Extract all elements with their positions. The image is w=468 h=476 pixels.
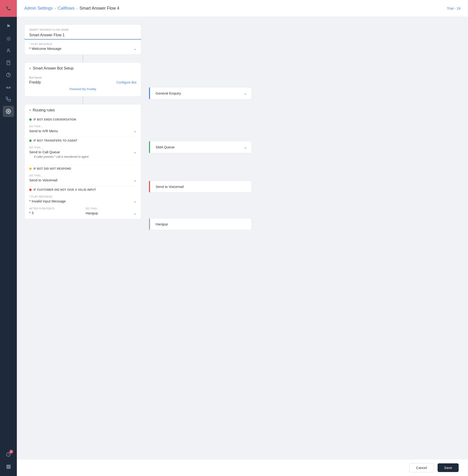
- dest-card-general-enquiry[interactable]: General Enquiry ⌄: [149, 87, 252, 100]
- sidebar-item-voicemail[interactable]: [3, 81, 14, 93]
- dest-card-sma-queue[interactable]: SMA Queue ⌄: [149, 141, 252, 153]
- svg-rect-21: [9, 468, 11, 469]
- dest-list: General Enquiry ⌄ SMA Queue ⌄: [149, 26, 461, 251]
- svg-text:?: ?: [8, 453, 9, 456]
- do-this-bot-transfers: DO THIS... Send to Call Queue ⌄ If calle…: [25, 144, 141, 165]
- do-this-chevron-1: ⌄: [133, 129, 136, 133]
- do-this-dropdown-1[interactable]: Send to IVR Menu ⌄: [29, 129, 136, 133]
- sidebar: 📞 ⚑ ◎: [0, 0, 17, 476]
- sidebar-item-grid[interactable]: [3, 461, 14, 472]
- dest-card-voicemail[interactable]: Send to Voicemail: [149, 181, 252, 193]
- powered-by: Powered By Freddy: [29, 85, 136, 93]
- do-this-value-2: Send to Call Queue: [29, 150, 60, 154]
- dot-bot-transfers: [29, 139, 32, 142]
- flow-name-label: SMART ANSWER FLOW NAME: [25, 25, 141, 32]
- dest-label-sma-queue: SMA Queue: [154, 145, 175, 149]
- dest-card-hangup[interactable]: Hangup: [149, 218, 252, 230]
- bot-setup-title: Smart Answer Bot Setup: [33, 66, 73, 70]
- sidebar-item-help[interactable]: ? 6: [3, 449, 14, 460]
- dest-accent-gray: [149, 218, 150, 230]
- content-area: SMART ANSWER FLOW NAME * PLAY MESSAGE * …: [17, 17, 468, 459]
- dest-label-voicemail: Send to Voicemail: [154, 185, 184, 189]
- dot-invalid-input: [29, 189, 32, 191]
- do-this-bot-ends: DO THIS... Send to IVR Menu ⌄: [25, 123, 141, 137]
- play-message-dropdown[interactable]: * Welcome Message ⌄: [29, 46, 136, 51]
- dest-label-hangup: Hangup: [154, 222, 168, 226]
- dot-bot-ends: [29, 119, 32, 121]
- repeat-col-n: AFTER N REPEATS * 3: [29, 207, 80, 215]
- sidebar-item-user[interactable]: [3, 45, 14, 56]
- dest-chevron-general-enquiry: ⌄: [244, 91, 247, 95]
- play-message-value-text: * Welcome Message: [29, 46, 61, 51]
- sidebar-nav: ⚑ ◎: [3, 17, 14, 445]
- condition-invalid-input-text: IF CUSTOMER DID NOT GIVE A VALID INPUT: [33, 188, 96, 192]
- play-message-chevron-invalid: ⌄: [133, 199, 136, 203]
- flow-name-input[interactable]: [25, 32, 141, 39]
- powered-by-brand: Freddy: [87, 87, 96, 91]
- sidebar-item-flag[interactable]: ⚑: [3, 21, 14, 32]
- condition-invalid-input: IF CUSTOMER DID NOT GIVE A VALID INPUT: [25, 186, 141, 193]
- condition-bot-no-respond-text: IF BOT DID NOT RESPOND: [33, 167, 71, 170]
- breadcrumb-sep-1: ›: [55, 6, 56, 11]
- condition-bot-ends: IF BOT ENDS CONVERSATION: [25, 116, 141, 123]
- sidebar-item-chart[interactable]: [3, 69, 14, 80]
- condition-bot-transfers-text: IF BOT TRANSFERS TO AGENT: [33, 139, 77, 142]
- svg-point-10: [8, 111, 9, 112]
- condition-bot-ends-text: IF BOT ENDS CONVERSATION: [33, 118, 76, 121]
- bot-name-label: Bot Name: [29, 76, 136, 79]
- do-this-chevron-2: ⌄: [133, 150, 136, 154]
- left-panel: SMART ANSWER FLOW NAME * PLAY MESSAGE * …: [24, 24, 141, 452]
- routing-rules-header[interactable]: ▾ Routing rules: [25, 104, 141, 116]
- connector-2: [83, 97, 83, 104]
- save-button[interactable]: Save: [438, 463, 459, 472]
- do-this-label-2: DO THIS...: [29, 146, 136, 149]
- do-this-dropdown-2[interactable]: Send to Call Queue ⌄: [29, 150, 136, 154]
- svg-rect-17: [8, 466, 9, 467]
- after-n-value: * 3: [29, 211, 80, 215]
- bot-setup-card: ▾ Smart Answer Bot Setup Bot Name Freddy…: [24, 62, 141, 97]
- main-content: Admin Settings › Callflows › Smart Answe…: [17, 0, 468, 476]
- do-this-chevron-3: ⌄: [133, 178, 136, 182]
- routing-collapse-icon: ▾: [29, 108, 31, 112]
- dot-bot-no-respond: [29, 168, 32, 170]
- sidebar-item-settings[interactable]: [3, 106, 14, 117]
- after-n-repeats: AFTER N REPEATS * 3 DO THIS... Hangup ⌄: [25, 205, 141, 219]
- do-this-label-3: DO THIS...: [29, 174, 136, 177]
- svg-rect-15: [9, 465, 11, 466]
- condition-bot-no-respond: IF BOT DID NOT RESPOND: [25, 165, 141, 172]
- cancel-button[interactable]: Cancel: [409, 463, 434, 472]
- breadcrumb-current: Smart Answer Flow 4: [80, 6, 119, 11]
- breadcrumb-callflows[interactable]: Callflows: [58, 6, 74, 11]
- routing-rules-title: Routing rules: [33, 108, 55, 112]
- bot-setup-header[interactable]: ▾ Smart Answer Bot Setup: [25, 62, 141, 74]
- play-message-label-invalid: * PLAY MESSAGE: [29, 195, 136, 198]
- configure-bot-link[interactable]: Configure Bot: [116, 80, 136, 84]
- do-this-dropdown-3[interactable]: Send to Voicemail ⌄: [29, 178, 136, 182]
- svg-text:📞: 📞: [6, 6, 11, 11]
- condition-bot-transfers: IF BOT TRANSFERS TO AGENT: [25, 137, 141, 144]
- dest-chevron-sma-queue: ⌄: [244, 145, 247, 149]
- play-message-dropdown-invalid[interactable]: * Invalid Input Message ⌄: [29, 199, 136, 203]
- bot-name-row: Freddy Configure Bot: [29, 80, 136, 85]
- do-this-bot-no-respond: DO THIS... Send to Voicemail ⌄: [25, 172, 141, 186]
- breadcrumb-sep-2: ›: [76, 6, 77, 11]
- do-this-chevron-4: ⌄: [133, 211, 136, 215]
- breadcrumb-admin[interactable]: Admin Settings: [24, 6, 53, 11]
- flow-name-card: SMART ANSWER FLOW NAME * PLAY MESSAGE * …: [24, 24, 141, 55]
- svg-rect-16: [7, 466, 8, 467]
- rule-note-transfers: If caller presses * call is transferred …: [29, 154, 136, 161]
- svg-rect-14: [8, 465, 9, 466]
- help-badge: 6: [9, 450, 13, 454]
- sidebar-item-compass[interactable]: ◎: [3, 33, 14, 44]
- do-this-label-1: DO THIS...: [29, 125, 136, 128]
- right-panel: General Enquiry ⌄ SMA Queue ⌄: [149, 24, 461, 452]
- sidebar-bottom: ? 6: [3, 445, 14, 476]
- header: Admin Settings › Callflows › Smart Answe…: [17, 0, 468, 17]
- sidebar-item-calls[interactable]: [3, 57, 14, 68]
- sidebar-logo[interactable]: 📞: [0, 0, 17, 17]
- sidebar-item-phonedial[interactable]: [3, 94, 14, 105]
- dest-label-general-enquiry: General Enquiry: [154, 91, 181, 95]
- after-n-label: AFTER N REPEATS: [29, 207, 80, 210]
- do-this-value-3: Send to Voicemail: [29, 178, 57, 182]
- do-this-dropdown-4[interactable]: Hangup ⌄: [86, 211, 136, 215]
